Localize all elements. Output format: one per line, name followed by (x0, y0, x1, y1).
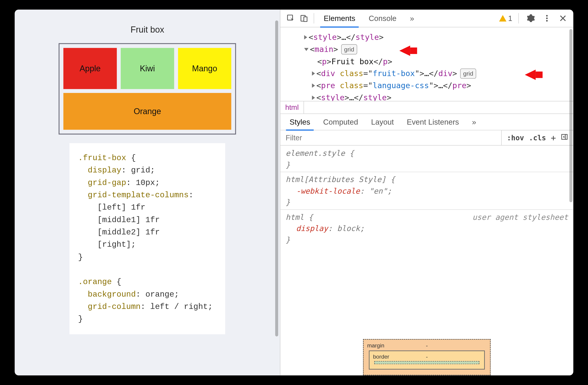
fruit-orange: Orange (63, 93, 231, 130)
breadcrumb-html[interactable]: html (281, 101, 304, 113)
disclosure-closed-icon[interactable] (312, 71, 315, 76)
fruit-apple: Apple (63, 48, 117, 89)
rendered-page-panel: Fruit box Apple Kiwi Mango Orange .fruit… (15, 10, 280, 375)
tab-more[interactable]: » (404, 10, 420, 27)
box-model-margin: margin - border - (363, 339, 490, 375)
right-scrollbar-thumb[interactable] (569, 29, 572, 202)
rule-close: } (286, 198, 290, 207)
rule-value: block (337, 224, 360, 233)
warning-icon (499, 15, 506, 22)
toolbar-separator (518, 13, 519, 23)
tab-console[interactable]: Console (362, 10, 402, 27)
tree-node-style[interactable]: <style>…</style> (287, 31, 573, 43)
page-title: Fruit box (23, 25, 272, 35)
devtools-window: Fruit box Apple Kiwi Mango Orange .fruit… (15, 10, 573, 375)
styles-pane-tabs: Styles Computed Layout Event Listeners » (281, 114, 573, 130)
styles-tab-computed[interactable]: Computed (317, 114, 364, 130)
rule-html-attributes[interactable]: html[Attributes Style] { -webkit-locale:… (286, 174, 568, 208)
toolbar-right: 1 (499, 12, 569, 24)
styles-rules-body[interactable]: element.style { } html[Attributes Style]… (281, 146, 573, 375)
tree-node-p[interactable]: <p>Fruit box</p> (287, 55, 573, 67)
grid-badge[interactable]: grid (341, 44, 357, 54)
svg-rect-2 (304, 17, 307, 22)
styles-filter-buttons: :hov .cls + (501, 130, 573, 145)
toggle-pane-icon[interactable] (561, 133, 568, 142)
styles-tab-event-listeners[interactable]: Event Listeners (401, 114, 465, 130)
box-model-border-label: border (373, 352, 389, 361)
tab-elements[interactable]: Elements (318, 10, 361, 27)
rule-source: user agent stylesheet (472, 212, 568, 223)
close-icon[interactable] (557, 12, 569, 24)
rule-prop: -webkit-locale (296, 187, 360, 195)
breadcrumb: html (281, 101, 573, 114)
rule-separator (281, 209, 573, 210)
annotation-arrow-icon (399, 45, 410, 56)
toolbar-separator (314, 13, 314, 23)
tree-node-div-fruitbox[interactable]: <div class="fruit-box">…</div> grid (287, 67, 573, 80)
rule-selector: element.style { (286, 149, 354, 158)
warning-badge[interactable]: 1 (499, 14, 512, 22)
box-model-padding (374, 361, 480, 364)
disclosure-closed-icon[interactable] (312, 95, 315, 100)
hov-button[interactable]: :hov (507, 133, 524, 142)
css-code-block: .fruit-box { display: grid; grid-gap: 10… (69, 143, 225, 334)
svg-point-3 (546, 15, 548, 17)
right-scrollbar[interactable] (569, 29, 572, 369)
rule-close: } (286, 160, 290, 169)
tree-node-main[interactable]: <main> grid (287, 43, 573, 55)
box-model-border: border - (369, 351, 485, 370)
styles-tab-styles[interactable]: Styles (284, 114, 316, 130)
svg-rect-6 (562, 134, 567, 139)
svg-point-4 (546, 18, 548, 19)
left-scrollbar[interactable] (275, 21, 278, 350)
new-rule-plus-button[interactable]: + (551, 133, 556, 143)
left-scrollbar-thumb[interactable] (275, 21, 278, 337)
rule-close: } (286, 235, 290, 244)
fruit-mango: Mango (178, 48, 231, 89)
svg-point-5 (546, 20, 548, 22)
elements-tree[interactable]: <style>…</style> <main> grid <p>Fruit bo… (281, 27, 573, 101)
rule-selector: html { (286, 213, 313, 221)
box-model-diagram[interactable]: margin - border - (363, 339, 490, 375)
grid-badge[interactable]: grid (460, 68, 476, 79)
devtools-toolbar: Elements Console » 1 (281, 10, 573, 27)
tree-node-pre[interactable]: <pre class="language-css">…</pre> (287, 80, 573, 92)
warning-count: 1 (508, 14, 512, 22)
annotation-arrow-icon (525, 70, 536, 80)
disclosure-open-icon[interactable] (304, 48, 309, 51)
tree-node-style2[interactable]: <style>…</style> (287, 92, 573, 101)
disclosure-closed-icon[interactable] (304, 35, 307, 39)
rule-separator (281, 172, 573, 172)
styles-filter-row: :hov .cls + (281, 130, 573, 146)
rule-value: "en" (369, 187, 387, 195)
cls-button[interactable]: .cls (529, 133, 546, 142)
rule-prop: display (296, 224, 328, 233)
disclosure-closed-icon[interactable] (312, 83, 315, 88)
rule-html-ua[interactable]: user agent stylesheet html { display: bl… (286, 212, 568, 246)
inspect-element-icon[interactable] (285, 12, 297, 24)
rule-selector: html[Attributes Style] { (286, 175, 395, 184)
box-model-border-value: - (426, 352, 428, 361)
kebab-menu-icon[interactable] (541, 12, 553, 24)
styles-tab-more[interactable]: » (466, 114, 482, 130)
device-toolbar-icon[interactable] (298, 12, 310, 24)
rule-element-style[interactable]: element.style { } (286, 148, 568, 171)
box-model-margin-label: margin (367, 342, 384, 350)
box-model-margin-value: - (426, 342, 428, 350)
settings-icon[interactable] (525, 12, 537, 24)
fruit-kiwi: Kiwi (121, 48, 174, 89)
styles-tab-layout[interactable]: Layout (365, 114, 400, 130)
styles-filter-input[interactable] (281, 130, 501, 145)
fruit-box-grid: Apple Kiwi Mango Orange (59, 43, 236, 135)
devtools-panel: Elements Console » 1 (280, 10, 573, 375)
